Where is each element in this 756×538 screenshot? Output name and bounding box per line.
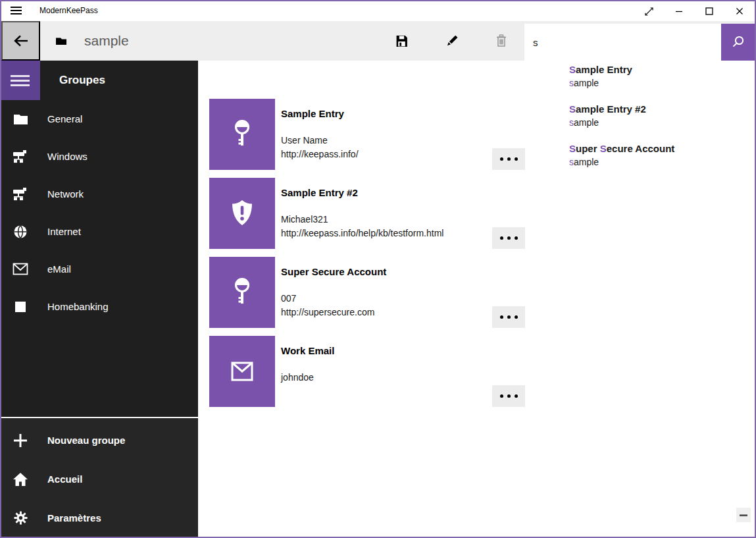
- entry-row[interactable]: Sample Entry User Name http://keepass.in…: [209, 99, 525, 170]
- suggestion-title: Super Secure Account: [569, 142, 747, 155]
- close-button[interactable]: [724, 1, 755, 21]
- sidebar-item-label: Homebanking: [47, 301, 109, 312]
- sidebar-item-label: Accueil: [47, 473, 82, 485]
- sidebar-item-label: Internet: [47, 226, 81, 237]
- groups-header: Groupes: [59, 61, 105, 100]
- back-button[interactable]: [1, 21, 40, 61]
- save-icon: [395, 34, 409, 48]
- hamburger-icon: [11, 72, 30, 89]
- window-controls: [634, 1, 755, 21]
- sidebar-item-general[interactable]: General: [0, 100, 198, 138]
- minimize-button[interactable]: [664, 1, 694, 21]
- sidebar-item-windows[interactable]: Windows: [0, 138, 198, 175]
- more-button[interactable]: [492, 227, 525, 249]
- sidebar-item-label: Nouveau groupe: [47, 435, 125, 446]
- network-icon: [13, 149, 28, 165]
- more-button[interactable]: [492, 148, 525, 170]
- entry-url: http://keepass.info/help/kb/testform.htm…: [281, 228, 443, 238]
- suggestion-item[interactable]: Sample Entry sample: [569, 63, 747, 103]
- entry-row[interactable]: Work Email johndoe: [209, 336, 525, 407]
- minimize-icon: [674, 6, 684, 16]
- sidebar-item-new-group[interactable]: Nouveau groupe: [0, 421, 198, 460]
- more-button[interactable]: [492, 385, 525, 407]
- sidebar-item-label: Network: [47, 188, 84, 200]
- entry-username: johndoe: [281, 372, 314, 383]
- blank-square-icon: [13, 299, 28, 315]
- suggestion-item[interactable]: Super Secure Account sample: [569, 142, 747, 182]
- minus-icon: [740, 514, 747, 516]
- entry-username: 007: [281, 293, 296, 304]
- gear-icon: [13, 510, 28, 526]
- sidebar-item-label: Windows: [47, 151, 88, 162]
- groups-list: General Windows Network: [0, 100, 198, 325]
- sidebar-item-label: General: [47, 113, 82, 124]
- entry-title: Super Secure Account: [281, 266, 386, 277]
- suggestion-subtitle: sample: [569, 155, 747, 169]
- app-title: ModernKeePass: [39, 0, 98, 21]
- mail-icon: [226, 358, 258, 385]
- sidebar-item-network[interactable]: Network: [0, 175, 198, 213]
- ellipsis-icon: [500, 157, 503, 161]
- edit-pencil-icon: [445, 34, 459, 48]
- ellipsis-icon: [500, 315, 503, 319]
- database-icon: [55, 21, 67, 61]
- key-icon: [226, 275, 258, 309]
- sidebar-footer: Nouveau groupe Accueil: [0, 418, 198, 538]
- entry-title: Work Email: [281, 345, 334, 356]
- suggestion-title: Sample Entry #2: [569, 103, 747, 116]
- search-icon: [730, 34, 746, 50]
- entry-tile: [209, 257, 275, 328]
- maximize-button[interactable]: [694, 1, 724, 21]
- ellipsis-icon: [500, 236, 503, 240]
- globe-icon: [13, 224, 28, 240]
- entry-url: http://supersecure.com: [281, 307, 374, 317]
- zoom-out-button[interactable]: [736, 508, 751, 522]
- shield-alert-icon: [226, 198, 258, 229]
- delete-trash-icon: [494, 34, 509, 48]
- entry-tile: [209, 178, 275, 249]
- sidebar-item-settings[interactable]: Paramètres: [0, 498, 198, 537]
- sidebar-item-internet[interactable]: Internet: [0, 213, 198, 250]
- entry-row[interactable]: Super Secure Account 007 http://supersec…: [209, 257, 525, 328]
- mail-icon: [13, 261, 28, 277]
- suggestion-title: Sample Entry: [569, 63, 747, 76]
- database-name: sample: [84, 21, 129, 61]
- suggestion-subtitle: sample: [569, 76, 747, 90]
- sidebar-item-homebanking[interactable]: Homebanking: [0, 288, 198, 325]
- sidebar-item-label: eMail: [47, 263, 71, 275]
- home-icon: [13, 471, 28, 487]
- key-icon: [226, 117, 258, 151]
- network-icon: [13, 186, 28, 202]
- entry-username: Michael321: [281, 214, 328, 225]
- pane-toggle-button[interactable]: [0, 61, 40, 100]
- maximize-icon: [704, 6, 715, 16]
- sidebar-item-home[interactable]: Accueil: [0, 460, 198, 498]
- back-arrow-icon: [12, 32, 30, 49]
- delete-button[interactable]: [486, 21, 517, 61]
- more-button[interactable]: [492, 306, 525, 328]
- sidebar: Groupes General Windows: [0, 61, 198, 538]
- close-icon: [734, 6, 745, 16]
- save-button[interactable]: [386, 21, 417, 61]
- folder-icon: [13, 111, 28, 127]
- titlebar: ModernKeePass: [0, 0, 756, 21]
- entry-title: Sample Entry #2: [281, 187, 358, 198]
- edit-button[interactable]: [436, 21, 468, 61]
- entry-url: http://keepass.info/: [281, 149, 359, 159]
- entry-list: Sample Entry User Name http://keepass.in…: [209, 99, 525, 415]
- entry-row[interactable]: Sample Entry #2 Michael321 http://keepas…: [209, 178, 525, 249]
- entry-username: User Name: [281, 135, 328, 146]
- entry-title: Sample Entry: [281, 108, 344, 119]
- suggestion-item[interactable]: Sample Entry #2 sample: [569, 103, 747, 142]
- search-suggestions: Sample Entry sample Sample Entry #2 samp…: [569, 63, 747, 182]
- plus-icon: [13, 433, 28, 448]
- titlebar-hamburger-icon: [11, 7, 22, 14]
- sidebar-item-label: Paramètres: [47, 512, 101, 524]
- suggestion-subtitle: sample: [569, 116, 747, 129]
- search-input[interactable]: [524, 24, 721, 61]
- expand-diagonal-icon: [643, 6, 655, 17]
- fullscreen-button[interactable]: [634, 1, 664, 21]
- sidebar-item-email[interactable]: eMail: [0, 250, 198, 288]
- search-button[interactable]: [721, 24, 755, 61]
- entry-tile: [209, 336, 275, 407]
